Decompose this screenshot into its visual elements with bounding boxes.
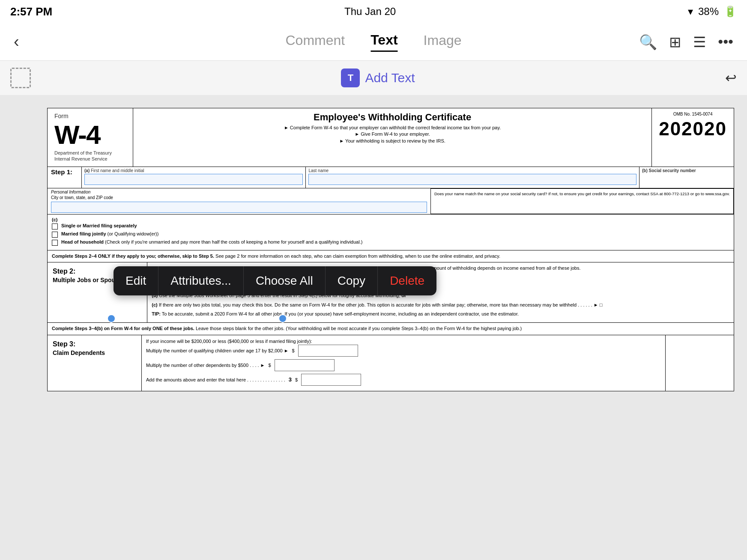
battery-icon: 🔋	[724, 6, 737, 18]
step3-content: If your income will be $200,000 or less …	[142, 335, 665, 391]
context-edit[interactable]: Edit	[114, 266, 158, 295]
step3-children-input[interactable]	[298, 345, 358, 357]
toolbar: ‹ Comment Text Image 🔍 ⊞ ☰ •••	[0, 23, 747, 61]
step3-dollar-3: $	[295, 376, 298, 384]
year-display: 202020	[659, 118, 727, 140]
step3-row-dependents: Multiply the number of other dependents …	[146, 359, 661, 371]
form-w4-id-box: Form W-4 Department of the Treasury Inte…	[48, 108, 133, 167]
tab-image[interactable]: Image	[424, 33, 462, 51]
name-fields-row: Step 1: (a) First name and middle initia…	[47, 167, 734, 188]
selection-dot-right	[278, 314, 287, 323]
list-icon[interactable]: ☰	[693, 33, 706, 51]
checkbox-single-label: Single or Married filing separately	[61, 223, 137, 228]
step1-label: Step 1:	[51, 168, 78, 176]
last-name-label: Last name	[308, 168, 636, 173]
first-name-input[interactable]	[84, 174, 303, 185]
step3-row-total: Add the amounts above and enter the tota…	[146, 374, 661, 386]
form-center-header: Employee's Withholding Certificate ► Com…	[133, 108, 652, 167]
step3-total-input[interactable]	[301, 374, 361, 386]
checkbox-head-label: Head of household (Check only if you're …	[61, 239, 362, 244]
search-icon[interactable]: 🔍	[639, 33, 657, 51]
toolbar-left: ‹	[14, 33, 19, 51]
checkbox-single-box[interactable]	[52, 223, 58, 229]
status-bar: 2:57 PM Thu Jan 20 ▾ 38% 🔋	[0, 0, 747, 23]
c-label: (c)	[52, 217, 729, 222]
battery-level: 38%	[698, 6, 719, 18]
status-time: 2:57 PM	[10, 5, 52, 18]
selection-mode-icon	[10, 68, 31, 88]
checkbox-married: Married filing jointly (or Qualifying wi…	[52, 231, 729, 238]
step3-income: If your income will be $200,000 or less …	[146, 338, 661, 345]
step3-right-panel	[665, 335, 734, 391]
form-w4-number: W-4	[54, 119, 126, 150]
ssn-input-area	[642, 174, 731, 185]
checkbox-head: Head of household (Check only if you're …	[52, 239, 729, 246]
form-instruction-1: ► Complete Form W-4 so that your employe…	[140, 125, 645, 131]
skip-banner-text: See page 2 for more information on each …	[215, 253, 500, 259]
document-paper: Form W-4 Department of the Treasury Inte…	[47, 108, 734, 391]
add-text-label: Add Text	[365, 71, 415, 85]
checkboxes-content: (c) Single or Married filing separately …	[48, 214, 734, 250]
first-name-field: (a) First name and middle initial	[82, 167, 306, 188]
personal-info-label: Personal Information City or town, state…	[48, 188, 431, 214]
context-attributes[interactable]: Attributes...	[158, 266, 244, 295]
add-text-bar: T Add Text ↩	[0, 61, 747, 95]
step3-sublabel: Claim Dependents	[53, 349, 136, 357]
tab-text[interactable]: Text	[371, 32, 397, 52]
context-copy[interactable]: Copy	[326, 266, 378, 295]
grid-icon[interactable]: ⊞	[669, 33, 681, 51]
step3-row-children: Multiply the number of qualifying childr…	[146, 345, 661, 357]
step3-dependents-label: Multiply the number of other dependents …	[146, 362, 265, 369]
first-name-label: (a) First name and middle initial	[84, 168, 303, 173]
back-button[interactable]: ‹	[14, 33, 19, 51]
step3-section: Step 3: Claim Dependents If your income …	[47, 335, 734, 392]
ssn-info-box: Does your name match the name on your so…	[431, 188, 734, 214]
checkbox-head-box[interactable]	[52, 240, 58, 246]
context-menu: Edit Attributes... Choose All Copy Delet…	[114, 266, 436, 295]
address-label: City or town, state, and ZIP code	[51, 195, 427, 200]
wifi-icon: ▾	[688, 6, 693, 18]
step2-item-c: (c) If there are only two jobs total, yo…	[152, 302, 729, 308]
checkbox-single: Single or Married filing separately	[52, 223, 729, 229]
skip-banner: Complete Steps 2–4 ONLY if they apply to…	[47, 250, 734, 262]
step3-label-box: Step 3: Claim Dependents	[48, 335, 142, 391]
selection-dot-left	[107, 314, 116, 323]
step3-total-number: 3	[289, 375, 292, 384]
tab-comment[interactable]: Comment	[285, 33, 345, 51]
step3-total-label: Add the amounts above and enter the tota…	[146, 376, 285, 384]
form-header: Form W-4 Department of the Treasury Inte…	[47, 108, 734, 167]
checkbox-married-label: Married filing jointly (or Qualifying wi…	[61, 231, 158, 236]
form-main-title: Employee's Withholding Certificate	[140, 112, 645, 123]
form-instruction-2: ► Give Form W-4 to your employer.	[140, 131, 645, 137]
step3-step-label: Step 3:	[53, 340, 136, 349]
text-icon: T	[341, 69, 360, 87]
step2-tip: TIP: To be accurate, submit a 2020 Form …	[152, 311, 729, 317]
add-text-button[interactable]: T Add Text	[341, 69, 415, 87]
ssn-label: (b) Social security number	[642, 168, 731, 173]
step1-box: Step 1:	[48, 167, 82, 188]
form-dept: Department of the Treasury Internal Reve…	[54, 150, 126, 162]
step3-dependents-input[interactable]	[275, 359, 335, 371]
form-label: Form	[54, 113, 126, 119]
last-name-input[interactable]	[308, 174, 636, 185]
checkboxes-row: (c) Single or Married filing separately …	[47, 214, 734, 250]
context-choose-all[interactable]: Choose All	[244, 266, 326, 295]
status-icons: ▾ 38% 🔋	[688, 6, 737, 18]
document-area: Form W-4 Department of the Treasury Inte…	[0, 95, 747, 560]
ssn-field: (b) Social security number	[639, 167, 734, 188]
complete-banner: Complete Steps 3–4(b) on Form W-4 for on…	[47, 323, 734, 335]
more-icon[interactable]: •••	[718, 33, 733, 50]
form-year-box: OMB No. 1545-0074 202020	[652, 108, 734, 167]
address-ssn-row: Personal Information City or town, state…	[47, 188, 734, 214]
toolbar-center: Comment Text Image	[285, 32, 461, 52]
step3-children-label: Multiply the number of qualifying childr…	[146, 347, 289, 354]
step3-dollar-1: $	[292, 347, 295, 354]
step3-dollar-2: $	[269, 362, 271, 369]
undo-button[interactable]: ↩	[725, 70, 737, 86]
context-delete[interactable]: Delete	[378, 266, 436, 295]
status-date: Thu Jan 20	[344, 6, 396, 18]
personal-info-note: Personal Information	[51, 190, 427, 194]
address-input[interactable]	[51, 202, 427, 213]
omb-text: OMB No. 1545-0074	[659, 112, 727, 116]
checkbox-married-box[interactable]	[52, 232, 58, 238]
